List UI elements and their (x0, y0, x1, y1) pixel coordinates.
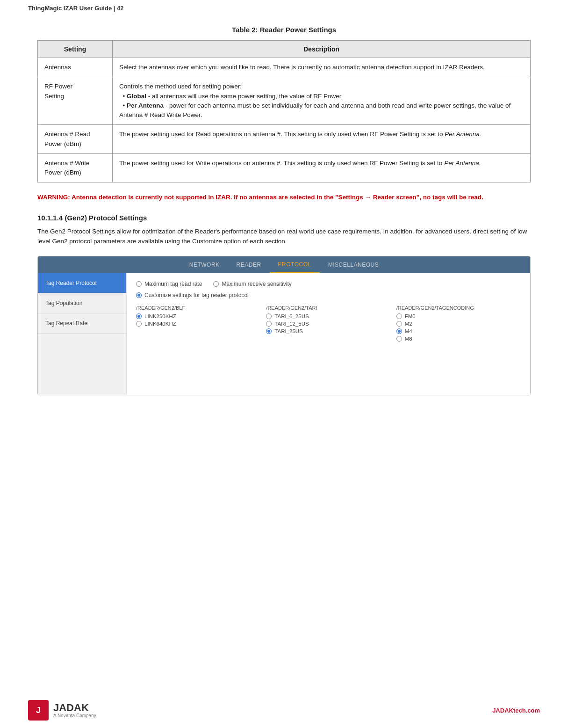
page-title: ThingMagic IZAR User Guide | 42 (28, 5, 123, 12)
label-m2: M2 (405, 321, 412, 327)
tab-network[interactable]: NETWORK (181, 257, 228, 273)
radio-circle-m2 (396, 321, 402, 327)
logo-icon: J (28, 700, 49, 721)
table-row: Antennas Select the antennas over which … (38, 58, 531, 77)
col-header-description: Description (113, 41, 531, 58)
radio-tari-25[interactable]: TARI_25US (266, 328, 390, 334)
protocol-tabs: NETWORK READER PROTOCOL MISCELLANEOUS (38, 256, 530, 273)
gen2-tari-header: /READER/GEN2/TARI (266, 305, 390, 311)
setting-rf-power: RF PowerSetting (38, 77, 113, 125)
logo-letter: J (36, 706, 41, 715)
radio-label-sensitivity: Maximum receive sensitivity (222, 281, 291, 287)
gen2-col-tagencoding: /READER/GEN2/TAGENCODING FM0 M2 M4 (396, 305, 521, 343)
tab-miscellaneous[interactable]: MISCELLANEOUS (320, 257, 388, 273)
gen2-blf-header: /READER/GEN2/BLF (136, 305, 260, 311)
setting-antennas: Antennas (38, 58, 113, 77)
radio-circle-link250 (136, 313, 142, 319)
table-title: Table 2: Reader Power Settings (37, 26, 531, 34)
label-link250: LINK250KHZ (144, 313, 176, 319)
gen2-col-tari: /READER/GEN2/TARI TARI_6_25US TARI_12_5U… (266, 305, 390, 343)
radio-tari-6-25[interactable]: TARI_6_25US (266, 313, 390, 319)
label-fm0: FM0 (405, 313, 416, 319)
radio-circle-m8 (396, 336, 402, 342)
col-header-setting: Setting (38, 41, 113, 58)
label-tari125: TARI_12_5US (274, 321, 309, 327)
warning-text: WARNING: Antenna detection is currently … (37, 193, 531, 202)
logo-text-group: JADAK A Novanta Company (53, 703, 96, 718)
setting-read-power: Antenna # ReadPower (dBm) (38, 125, 113, 154)
radio-m4[interactable]: M4 (396, 328, 521, 334)
radio-m2[interactable]: M2 (396, 321, 521, 327)
radio-label-max-read: Maximum tag read rate (144, 281, 202, 287)
settings-table: Setting Description Antennas Select the … (37, 40, 531, 182)
radio-circle-m4 (396, 328, 402, 334)
radio-m8[interactable]: M8 (396, 336, 521, 342)
gen2-col-blf: /READER/GEN2/BLF LINK250KHZ LINK640KHZ (136, 305, 260, 343)
label-tari25: TARI_25US (274, 328, 303, 334)
protocol-main-panel: Maximum tag read rate Maximum receive se… (127, 273, 530, 395)
radio-link640[interactable]: LINK640KHZ (136, 321, 260, 327)
sidebar-item-tag-repeat-rate[interactable]: Tag Repeat Rate (38, 313, 126, 334)
gen2-grid: /READER/GEN2/BLF LINK250KHZ LINK640KHZ /… (136, 305, 521, 343)
section-heading: 10.1.1.4 (Gen2) Protocol Settings (37, 214, 531, 222)
radio-max-sensitivity[interactable]: Maximum receive sensitivity (213, 281, 291, 287)
radio-row-read-options: Maximum tag read rate Maximum receive se… (136, 281, 521, 287)
logo-sub: A Novanta Company (53, 713, 96, 718)
protocol-sidebar: Tag Reader Protocol Tag Population Tag R… (38, 273, 127, 395)
radio-tari-12-5[interactable]: TARI_12_5US (266, 321, 390, 327)
radio-circle-tari625 (266, 313, 272, 319)
setting-write-power: Antenna # WritePower (dBm) (38, 153, 113, 182)
desc-write-power: The power setting used for Write operati… (113, 153, 531, 182)
radio-customize-row[interactable]: Customize settings for tag reader protoc… (136, 292, 521, 298)
sidebar-item-tag-reader-protocol[interactable]: Tag Reader Protocol (38, 273, 126, 293)
radio-link250[interactable]: LINK250KHZ (136, 313, 260, 319)
table-row: RF PowerSetting Controls the method used… (38, 77, 531, 125)
radio-circle-customize (136, 292, 142, 298)
gen2-tagencoding-header: /READER/GEN2/TAGENCODING (396, 305, 521, 311)
radio-circle-tari125 (266, 321, 272, 327)
radio-label-customize: Customize settings for tag reader protoc… (144, 292, 249, 298)
label-link640: LINK640KHZ (144, 321, 176, 327)
label-m4: M4 (405, 328, 412, 334)
desc-read-power: The power setting used for Read operatio… (113, 125, 531, 154)
desc-rf-power: Controls the method used for setting pow… (113, 77, 531, 125)
main-content: Table 2: Reader Power Settings Setting D… (0, 16, 568, 433)
logo-name: JADAK (53, 703, 96, 713)
table-row: Antenna # WritePower (dBm) The power set… (38, 153, 531, 182)
radio-circle-fm0 (396, 313, 402, 319)
table-row: Antenna # ReadPower (dBm) The power sett… (38, 125, 531, 154)
protocol-ui: NETWORK READER PROTOCOL MISCELLANEOUS Ta… (37, 256, 531, 395)
radio-circle-link640 (136, 321, 142, 327)
label-m8: M8 (405, 336, 412, 342)
footer-link[interactable]: JADAKtech.com (492, 707, 540, 714)
radio-circle-max-read (136, 281, 142, 287)
page-footer: J JADAK A Novanta Company JADAKtech.com (0, 700, 568, 721)
page-header: ThingMagic IZAR User Guide | 42 (0, 0, 568, 16)
radio-circle-sensitivity (213, 281, 219, 287)
radio-circle-tari25 (266, 328, 272, 334)
desc-antennas: Select the antennas over which you would… (113, 58, 531, 77)
label-tari625: TARI_6_25US (274, 313, 309, 319)
tab-protocol[interactable]: PROTOCOL (270, 256, 320, 273)
footer-logo: J JADAK A Novanta Company (28, 700, 96, 721)
sidebar-item-tag-population[interactable]: Tag Population (38, 293, 126, 313)
section-body: The Gen2 Protocol Settings allow for opt… (37, 226, 531, 247)
radio-fm0[interactable]: FM0 (396, 313, 521, 319)
protocol-body: Tag Reader Protocol Tag Population Tag R… (38, 273, 530, 395)
radio-max-read-rate[interactable]: Maximum tag read rate (136, 281, 202, 287)
tab-reader[interactable]: READER (228, 257, 270, 273)
